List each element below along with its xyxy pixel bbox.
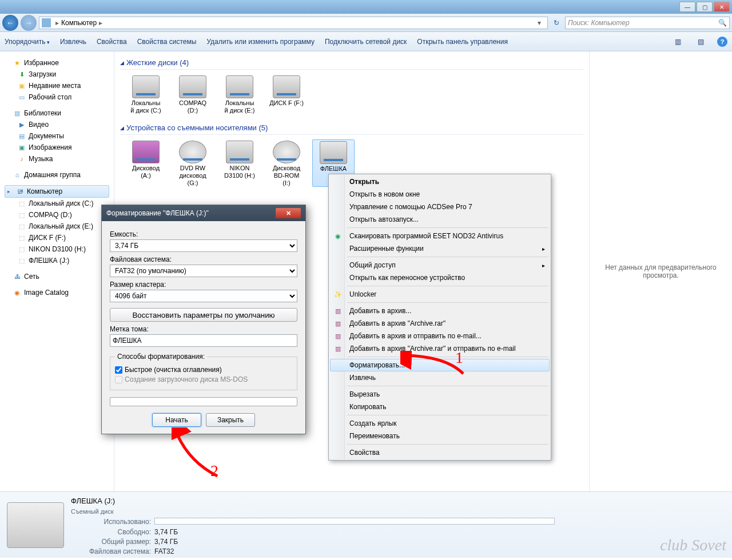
favorites-header[interactable]: ★Избранное [5, 57, 109, 69]
maximize-button[interactable]: ▢ [697, 2, 713, 12]
preview-pane: Нет данных для предварительного просмотр… [589, 51, 732, 491]
rar-icon: ▥ [333, 306, 343, 315]
map-drive-button[interactable]: Подключить сетевой диск [325, 38, 407, 46]
details-title: ФЛЕШКА (J:) [71, 497, 555, 505]
ctx-format[interactable]: Форматировать... [330, 359, 550, 371]
format-dialog: Форматирование "ФЛЕШКА (J:)" ✕ Емкость: … [101, 205, 306, 434]
sidebar-item-pictures[interactable]: ▣Изображения [5, 142, 109, 153]
navigation-bar: ← → ▸ Компьютер ▸ ▾ ↻ Поиск: Компьютер 🔍 [0, 14, 732, 32]
sidebar-item-drive-j[interactable]: ⬚ФЛЕШКА (J:) [5, 255, 109, 266]
ctx-rar-add[interactable]: ▥Добавить в архив... [330, 305, 550, 317]
help-button[interactable]: ? [717, 37, 727, 47]
quick-format-checkbox[interactable]: Быстрое (очистка оглавления) [115, 366, 292, 374]
preview-text: Нет данных для предварительного просмотр… [595, 263, 726, 279]
properties-button[interactable]: Свойства [97, 38, 127, 46]
search-input[interactable]: Поиск: Компьютер 🔍 [565, 17, 730, 29]
close-button[interactable]: ✕ [714, 2, 730, 12]
group-removable[interactable]: ◢Устройства со съемными носителями (5) [120, 121, 583, 135]
drive-tile-e[interactable]: Локальный диск (E:) [218, 74, 261, 114]
details-subtitle: Съемный диск [71, 508, 555, 515]
context-menu: Открыть Открыть в новом окне Управление … [328, 174, 551, 461]
drive-tile-c[interactable]: Локальный диск (C:) [125, 74, 167, 114]
drive-tile-d[interactable]: COMPAQ(D:) [172, 74, 214, 114]
sidebar-item-recent[interactable]: ▣Недавние места [5, 80, 109, 91]
sidebar-item-videos[interactable]: ▶Видео [5, 119, 109, 130]
back-button[interactable]: ← [2, 15, 18, 31]
network-header[interactable]: 🖧Сеть [5, 271, 109, 282]
drive-tile-a[interactable]: Дисковод(A:) [125, 139, 167, 187]
group-hard-drives[interactable]: ◢Жесткие диски (4) [120, 56, 583, 70]
usage-bar [154, 518, 555, 525]
ctx-properties[interactable]: Свойства [330, 446, 550, 459]
drive-tile-h[interactable]: NIKOND3100 (H:) [218, 139, 261, 187]
ctx-copy[interactable]: Копировать [330, 401, 550, 413]
forward-button[interactable]: → [21, 15, 37, 31]
homegroup-header[interactable]: ⌂Домашняя группа [5, 169, 109, 181]
preview-pane-button[interactable]: ▤ [694, 35, 707, 48]
capacity-label: Емкость: [110, 230, 297, 238]
ctx-rename[interactable]: Переименовать [330, 430, 550, 442]
sidebar-item-documents[interactable]: ▤Документы [5, 130, 109, 142]
sidebar-item-drive-c[interactable]: ⬚Локальный диск (C:) [5, 198, 109, 209]
ctx-cut[interactable]: Вырезать [330, 388, 550, 401]
ctx-open-new-window[interactable]: Открыть в новом окне [330, 188, 550, 201]
close-dialog-button[interactable]: Закрыть [206, 413, 255, 427]
toolbar: Упорядочить Извлечь Свойства Свойства си… [0, 32, 732, 51]
sidebar-item-downloads[interactable]: ⬇Загрузки [5, 69, 109, 80]
image-catalog-header[interactable]: ◉Image Catalog [5, 287, 109, 298]
rar-icon: ▥ [333, 344, 343, 353]
volume-label-input[interactable] [110, 334, 297, 347]
ctx-rar-named-email[interactable]: ▥Добавить в архив "Archive.rar" и отправ… [330, 342, 550, 355]
ctx-eject[interactable]: Извлечь [330, 371, 550, 384]
details-pane: ФЛЕШКА (J:) Съемный диск Использовано: С… [0, 491, 732, 558]
search-placeholder: Поиск: Компьютер [568, 19, 630, 27]
change-view-button[interactable]: ▥ [671, 35, 684, 48]
refresh-button[interactable]: ↻ [550, 17, 563, 29]
format-mode-group: Способы форматирования: Быстрое (очистка… [110, 353, 297, 390]
sidebar-item-drive-f[interactable]: ⬚ДИСК F (F:) [5, 232, 109, 243]
computer-icon [42, 18, 51, 27]
extract-button[interactable]: Извлечь [60, 38, 86, 46]
filesystem-select[interactable]: FAT32 (по умолчанию) [110, 265, 297, 277]
sidebar-item-drive-e[interactable]: ⬚Локальный диск (E:) [5, 221, 109, 232]
dialog-close-button[interactable]: ✕ [276, 208, 301, 218]
breadcrumb[interactable]: ▸ Компьютер ▸ ▾ [39, 17, 548, 29]
ctx-advanced[interactable]: Расширенные функции [330, 242, 550, 255]
system-properties-button[interactable]: Свойства системы [137, 38, 197, 46]
cluster-label: Размер кластера: [110, 281, 297, 289]
ctx-open[interactable]: Открыть [330, 175, 550, 188]
ctx-eset-scan[interactable]: ◉Сканировать программой ESET NOD32 Antiv… [330, 230, 550, 242]
ctx-rar-add-named[interactable]: ▥Добавить в архив "Archive.rar" [330, 317, 550, 330]
wand-icon: ✨ [333, 290, 343, 299]
start-button[interactable]: Начать [152, 413, 201, 427]
sidebar-item-drive-h[interactable]: ⬚NIKON D3100 (H:) [5, 243, 109, 255]
libraries-header[interactable]: ▥Библиотеки [5, 107, 109, 119]
ctx-acdsee[interactable]: Управление с помощью ACDSee Pro 7 [330, 201, 550, 213]
eset-icon: ◉ [333, 231, 343, 241]
navigation-sidebar: ★Избранное ⬇Загрузки ▣Недавние места ▭Ра… [0, 51, 114, 491]
computer-header[interactable]: ▸🖳Компьютер [5, 185, 109, 198]
rar-icon: ▥ [333, 319, 343, 328]
drive-tile-g[interactable]: DVD RWдисковод(G:) [172, 139, 214, 187]
uninstall-button[interactable]: Удалить или изменить программу [206, 38, 315, 46]
sidebar-item-desktop[interactable]: ▭Рабочий стол [5, 91, 109, 103]
drive-tile-f[interactable]: ДИСК F (F:) [265, 74, 308, 114]
sidebar-item-drive-d[interactable]: ⬚COMPAQ (D:) [5, 209, 109, 221]
drive-tile-i[interactable]: ДисководBD-ROM(I:) [265, 139, 308, 187]
sidebar-item-music[interactable]: ♪Музыка [5, 153, 109, 165]
capacity-select[interactable]: 3,74 ГБ [110, 239, 297, 252]
ctx-unlocker[interactable]: ✨Unlocker [330, 288, 550, 301]
drive-large-icon [7, 502, 64, 548]
restore-defaults-button[interactable]: Восстановить параметры по умолчанию [110, 308, 297, 322]
control-panel-button[interactable]: Открыть панель управления [417, 38, 508, 46]
ctx-rar-email[interactable]: ▥Добавить в архив и отправить по e-mail.… [330, 330, 550, 342]
cluster-select[interactable]: 4096 байт [110, 290, 297, 302]
dialog-titlebar[interactable]: Форматирование "ФЛЕШКА (J:)" ✕ [102, 205, 305, 221]
minimize-button[interactable]: — [679, 2, 695, 12]
ctx-create-shortcut[interactable]: Создать ярлык [330, 417, 550, 430]
breadcrumb-item[interactable]: Компьютер [61, 19, 97, 27]
ctx-share[interactable]: Общий доступ [330, 259, 550, 271]
ctx-portable[interactable]: Открыть как переносное устройство [330, 271, 550, 284]
ctx-autorun[interactable]: Открыть автозапуск... [330, 213, 550, 226]
organize-menu[interactable]: Упорядочить [5, 38, 50, 46]
